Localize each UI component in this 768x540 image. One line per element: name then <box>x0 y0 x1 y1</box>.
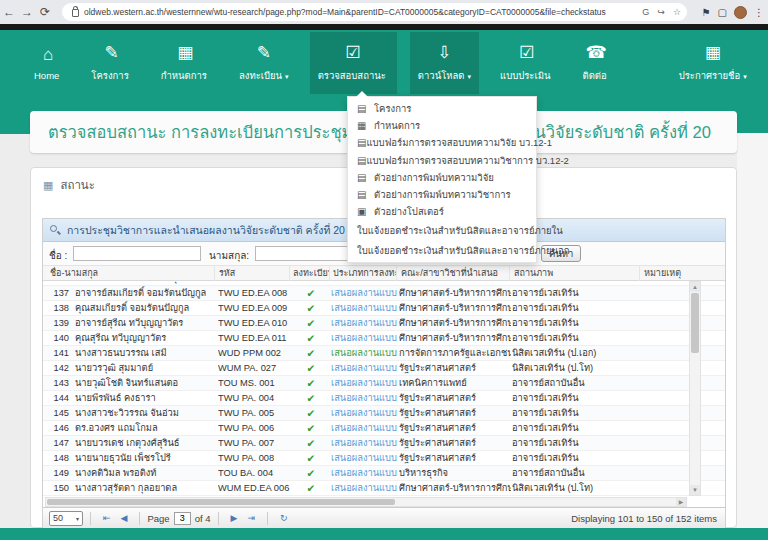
grid-title: การประชุมวิชาการและนำเสนอผลงานวิจัยระดับ… <box>67 222 345 239</box>
document-icon: ▤ <box>357 137 366 148</box>
registration-type-link[interactable]: เสนอผลงานแบบโปสเตอร์ <box>331 436 397 451</box>
nav-item-icon: ✎ <box>257 43 271 65</box>
registered-check-icon: ✔ <box>292 391 330 406</box>
registration-type-link[interactable]: เสนอผลงานแบบโปสเตอร์ <box>331 316 397 331</box>
table-row[interactable]: 146 ดร.อวงศร แถมโกมล TWU PA. 006 ✔ เสนอผ… <box>43 421 725 436</box>
dropdown-menu-item[interactable]: ▤ ตัวอย่างการพิมพ์บทความวิจัย <box>348 169 536 186</box>
address-bar[interactable]: oldweb.western.ac.th/westernnew/wtu-rese… <box>62 3 687 21</box>
table-row[interactable]: 139 อาจารย์สุรีณ ทวีบุญญาวัตร TWU ED.EA … <box>43 316 725 331</box>
table-row[interactable]: 143 นายวุฒิโชติ จินทร์แสนตอ TOU MS. 001 … <box>43 376 725 391</box>
vertical-scrollbar[interactable]: ▲ ▼ <box>689 281 701 496</box>
document-icon: ▤ <box>357 172 374 183</box>
app-root: ← → ⟳ oldweb.western.ac.th/westernnew/wt… <box>0 0 768 540</box>
table-row[interactable]: 149 นางคติวิมล พรอติงท์ TOU BA. 004 ✔ เส… <box>43 466 725 481</box>
profile-avatar[interactable] <box>734 6 747 19</box>
dropdown-menu-item[interactable]: ▦ กำหนดการ <box>348 117 536 134</box>
table-row[interactable]: 138 คุณสมเกียรติ์ จอมรัตนปัญกูล TWU ED.E… <box>43 301 725 316</box>
nav-item[interactable]: ✎ โครงการ <box>83 32 139 94</box>
table-row[interactable]: 141 นางสาวธนบวรรณ เสมี WUD PPM 002 ✔ เสน… <box>43 346 725 361</box>
table-row[interactable]: 148 นายนายธุวนัย เพ็ชรโปรี TWU PA. 008 ✔… <box>43 451 725 466</box>
registration-type-link[interactable]: เสนอผลงานแบบโปสเตอร์ <box>331 466 397 481</box>
registered-check-icon: ✔ <box>292 361 330 376</box>
horizontal-scroll-thumb[interactable] <box>47 499 395 505</box>
page-size-select[interactable]: 50 ▾ <box>49 511 83 526</box>
nav-item-icon: ☎ <box>586 43 607 65</box>
col-header-registered[interactable]: ลงทะเบียน <box>290 266 330 281</box>
vertical-scroll-thumb[interactable] <box>691 293 699 353</box>
registered-check-icon: ✔ <box>292 286 330 301</box>
row-number: 150 <box>47 481 69 496</box>
registration-type-link[interactable]: เสนอผลงานแบบโปสเตอร์ <box>331 361 397 376</box>
nav-item[interactable]: ☑ ตรวจสอบสถานะ <box>310 32 397 94</box>
name-input[interactable] <box>73 246 201 261</box>
dropdown-menu-item[interactable]: ▤ แบบฟอร์มการตรวจสอบบทความวิชาการ บว.12-… <box>348 152 536 169</box>
scroll-down-icon[interactable]: ▼ <box>690 485 700 495</box>
document-icon: ▦ <box>357 120 374 131</box>
nav-item-label: ลงทะเบียน <box>239 70 282 81</box>
col-header-code[interactable]: รหัส <box>216 266 290 281</box>
row-note <box>642 421 687 436</box>
first-page-button[interactable]: ⇤ <box>103 513 111 523</box>
registration-type-link[interactable]: เสนอผลงานแบบปากเปล่า <box>331 346 397 361</box>
last-page-button[interactable]: ⇥ <box>247 513 255 523</box>
registration-type-link[interactable]: เสนอผลงานแบบโปสเตอร์ <box>331 376 397 391</box>
nav-item[interactable]: ☑ แบบประเมิน <box>492 32 561 94</box>
registration-type-link[interactable]: เสนอผลงานแบบโปสเตอร์ <box>331 421 397 436</box>
col-header-name[interactable]: ชื่อ-นามสกุล <box>47 266 215 281</box>
table-row[interactable]: 145 นางสาวชะวิวรรณ จันอ่วม TWU PA. 005 ✔… <box>43 406 725 421</box>
registration-type-link[interactable]: เสนอผลงานแบบโปสเตอร์ <box>331 286 397 301</box>
registration-type-link[interactable]: เสนอผลงานแบบโปสเตอร์ <box>331 406 397 421</box>
table-row[interactable]: 150 นางสาวสุรัตดา กุลอยาดล WUM ED.EA 006… <box>43 481 725 496</box>
tab-panel-icon[interactable]: ▢ <box>718 7 727 18</box>
scroll-up-icon[interactable]: ▲ <box>690 282 700 292</box>
refresh-icon[interactable]: ↻ <box>280 513 288 523</box>
scroll-right-icon[interactable]: ▶ <box>676 498 686 506</box>
registration-type-link[interactable]: เสนอผลงานแบบโปสเตอร์ <box>331 481 397 496</box>
dropdown-menu-item[interactable]: ▤ แบบฟอร์มการตรวจสอบบทความวิจัย บว.12-1 <box>348 134 536 151</box>
next-page-button[interactable]: ▶ <box>231 513 238 523</box>
prev-page-button[interactable]: ◀ <box>121 513 128 523</box>
dropdown-menu-item[interactable]: ▣ ตัวอย่างโปสเตอร์ <box>348 203 536 220</box>
dropdown-menu-item[interactable]: ▤ โครงการ <box>348 100 536 117</box>
browser-back-button[interactable]: ← <box>0 3 18 21</box>
nav-item[interactable]: ☎ ติดต่อ <box>574 32 617 94</box>
share-icon[interactable]: ↪ <box>657 7 665 17</box>
col-header-faculty[interactable]: คณะ/สาขาวิชาที่นำเสนอ <box>398 266 510 281</box>
browser-menu-icon[interactable]: ⋮ <box>754 7 764 18</box>
nav-item[interactable]: ⇩ ดาวน์โหลด▾ <box>410 32 479 94</box>
dropdown-menu-item[interactable]: ใบแจ้งยอดชำระเงินสำหรับนิสิตและอาจารย์ภา… <box>348 240 536 260</box>
browser-forward-button[interactable]: → <box>18 3 36 21</box>
registration-type-link[interactable]: เสนอผลงานแบบโปสเตอร์ <box>331 451 397 466</box>
nav-item[interactable]: ⌂ Home <box>26 32 70 94</box>
nav-item-icon: ▦ <box>705 43 721 65</box>
col-header-type[interactable]: ประเภทการลงทะเบียน <box>330 266 397 281</box>
row-faculty: บริหารธุรกิจ <box>399 466 511 481</box>
translate-icon[interactable]: G <box>642 7 649 17</box>
horizontal-scrollbar[interactable]: ▶ <box>45 497 687 507</box>
row-name: นายวรวุฒิ สุมมาตย์ <box>75 361 215 376</box>
extension-pin-icon[interactable]: ⚑ <box>702 7 711 18</box>
table-row[interactable]: 147 นายบวรเดช เกตุวงศ์สุรินธ์ TWU PA. 00… <box>43 436 725 451</box>
row-number: 143 <box>47 376 69 391</box>
nav-item[interactable]: ▦ ประกาศรายชื่อ▾ <box>671 32 755 94</box>
registration-type-link[interactable]: เสนอผลงานแบบโปสเตอร์ <box>331 391 397 406</box>
registered-check-icon: ✔ <box>292 421 330 436</box>
table-row[interactable]: 142 นายวรวุฒิ สุมมาตย์ WUM PA. 027 ✔ เสน… <box>43 361 725 376</box>
page-number-input[interactable] <box>174 512 191 525</box>
registration-type-link[interactable]: เสนอผลงานแบบโปสเตอร์ <box>331 301 397 316</box>
nav-item[interactable]: ▦ กำหนดการ <box>153 32 218 94</box>
col-header-note[interactable]: หมายเหตุ <box>641 266 691 281</box>
bookmark-star-icon[interactable]: ☆ <box>673 7 681 17</box>
dropdown-menu-item[interactable]: ▤ ตัวอย่างการพิมพ์บทความวิชาการ <box>348 186 536 203</box>
table-row[interactable]: 140 คุณสุรีณ ทวีบุญญาวัตร TWU ED.EA 011 … <box>43 331 725 346</box>
nav-item[interactable]: ✎ ลงทะเบียน▾ <box>231 32 297 94</box>
table-row[interactable]: 144 นายพีรพันธ์ คงธารา TWU PA. 004 ✔ เสน… <box>43 391 725 406</box>
registration-type-link[interactable]: เสนอผลงานแบบโปสเตอร์ <box>331 331 397 346</box>
browser-reload-button[interactable]: ⟳ <box>36 3 54 21</box>
dropdown-menu-item[interactable]: ใบแจ้งยอดชำระเงินสำหรับนิสิตและอาจารย์ภา… <box>348 220 536 240</box>
col-header-status[interactable]: สถานภาพ <box>511 266 640 281</box>
row-note <box>642 331 687 346</box>
table-row[interactable]: 137 อาจารย์สมเกียรติ์ จอมรัตนปัญกูล TWU … <box>43 286 725 301</box>
row-name: นายพีรพันธ์ คงธารา <box>75 391 215 406</box>
dropdown-item-label: ใบแจ้งยอดชำระเงินสำหรับนิสิตและอาจารย์ภา… <box>357 243 570 258</box>
